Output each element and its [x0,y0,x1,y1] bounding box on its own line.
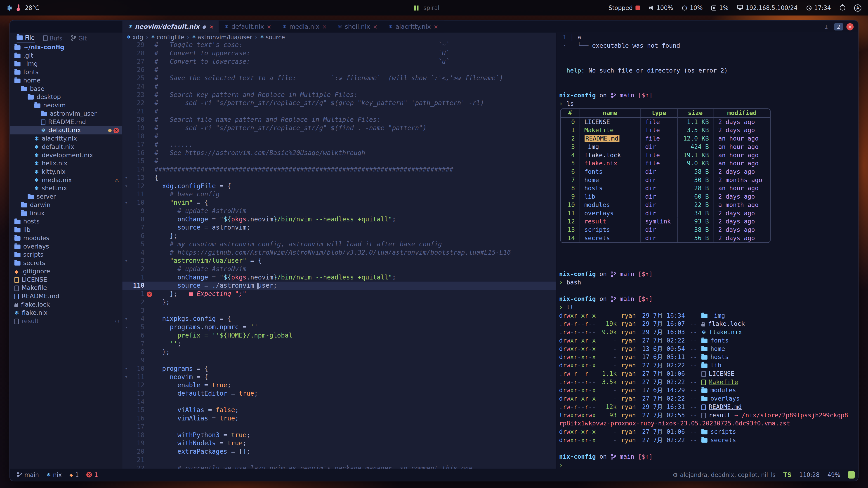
editor-line[interactable]: 17 [122,423,556,431]
terminal-pane[interactable]: 1 │ a · ╰── executable was not found hel… [556,33,858,468]
explorer-tab-Bufs[interactable]: Bufs [43,33,62,43]
editor-line[interactable]: 16# See https://astronvim.com/Basic%20Us… [122,149,556,157]
editor-line[interactable]: 19# sed -ri "s/pattern_str/replace_str/g… [122,124,556,132]
editor-line[interactable]: 20# Search file name pattern and Replace… [122,116,556,124]
editor-line[interactable]: 15 viAlias = false; [122,406,556,415]
editor-line[interactable]: 26# [122,66,556,74]
git-diff-count[interactable]: ◆ 1 [70,471,79,478]
buffer-tab-neovim/default.nix[interactable]: ❄neovim/default.nix●× [122,21,219,33]
fold-icon[interactable]: ▾ [122,182,130,191]
editor-line[interactable]: 1× }; ■ Expecting ";" [122,290,556,298]
tree-item[interactable]: .git [10,52,122,60]
tree-item[interactable]: home [10,76,122,85]
fold-icon[interactable]: ▾ [122,257,130,265]
tree-item[interactable]: flake.lock [10,300,122,309]
editor-line[interactable]: 18 withPython3 = true; [122,431,556,440]
tree-item[interactable]: ❄flake.nix [10,309,122,317]
diagnostics[interactable]: × 1 [87,471,98,478]
fold-icon[interactable]: ▾ [122,315,130,323]
explorer-tab-File[interactable]: File [17,33,35,43]
tree-item[interactable]: README.md [10,292,122,300]
fold-icon[interactable]: ▾ [122,323,130,331]
fold-icon[interactable]: ▾ [122,373,130,381]
breadcrumb-item[interactable]: ❄source [260,33,285,40]
editor-line[interactable]: ▾11 neovim = { [122,373,556,381]
tree-item[interactable]: ❄helix.nix [10,159,122,168]
buffer-tab-shell.nix[interactable]: ❄shell.nix× [332,21,383,33]
tree-item[interactable]: _img [10,60,122,68]
editor-line[interactable]: 11 # base config [122,190,556,199]
tree-item[interactable]: Makefile [10,284,122,292]
file-explorer[interactable]: FileBufsGit ~/nix-config .git_imgfontsho… [10,33,122,468]
editor-line[interactable]: 7 ''; [122,340,556,348]
editor-line[interactable]: 23# Search key pattern and Replace in Mu… [122,91,556,99]
tree-item[interactable]: astronvim_user [10,109,122,118]
editor-line[interactable]: 8 onChange = "${pkgs.neovim}/bin/nvim --… [122,215,556,224]
keyboard-layout-indicator[interactable]: A [854,4,862,11]
tabline-close-icon[interactable]: × [846,23,854,30]
tree-item[interactable]: ❄shell.nix [10,184,122,193]
editor-line[interactable]: 2 # update AstroNvim [122,265,556,273]
memory-indicator[interactable]: 1% [712,4,728,11]
tree-item[interactable]: lib [10,226,122,234]
editor-line[interactable]: ▾5 programs.npm.npmrc = '' [122,323,556,331]
editor-line[interactable]: 21# [122,107,556,116]
git-branch[interactable]: main [17,471,39,478]
editor-line[interactable]: 5 # my cusotom astronvim config, astronv… [122,240,556,249]
breadcrumb-item[interactable]: ❄xdg [127,33,143,40]
pause-icon[interactable] [414,5,418,10]
close-icon[interactable]: × [209,24,213,30]
tree-item[interactable]: ◆.gitignore [10,267,122,275]
editor-line[interactable]: 6 }; [122,232,556,240]
editor-line[interactable]: 14 [122,398,556,406]
editor-line[interactable]: 24# [122,83,556,91]
editor-line[interactable]: ▾4 nixpkgs.config = { [122,315,556,323]
tree-item[interactable]: ❄kitty.nix [10,168,122,176]
editor-line[interactable]: 20 extraPackages = []; [122,448,556,456]
close-icon[interactable]: × [267,24,272,30]
breadcrumb-item[interactable]: ❄astronvim/lua/user [192,33,252,40]
editor-line[interactable]: 12 enable = true; [122,381,556,390]
editor-line[interactable]: 21 [122,456,556,464]
editor-line[interactable]: 7 source = astronvim; [122,223,556,232]
editor-line[interactable]: 22 # currently we use lazy.nvim as neovi… [122,464,556,469]
tree-item[interactable]: modules [10,234,122,242]
editor-line[interactable]: 16 vimAlias = true; [122,414,556,423]
buffer-tab-default.nix[interactable]: ❄default.nix× [219,21,277,33]
tree-item[interactable]: README.md [10,118,122,126]
editor-line[interactable]: 27# Convert to lowercase: `u` [122,58,556,66]
fold-icon[interactable]: ▾ [122,199,130,207]
editor-line[interactable]: ▾3 "astronvim/lua/user" = { [122,257,556,265]
nix-logo-icon[interactable]: ❄ [6,4,13,12]
editor-line[interactable]: 19 withNodeJs = true; [122,439,556,448]
disk-indicator[interactable]: 10% [682,4,703,11]
editor-line[interactable]: 22# sed -ri "s/pattern_str/replace_str/g… [122,99,556,107]
editor-line[interactable]: 9 [122,356,556,365]
recording-indicator[interactable]: Stopped [609,4,640,11]
tree-item[interactable]: ❄development.nix [10,151,122,160]
editor-line[interactable]: ▾13{ [122,174,556,182]
editor-line[interactable]: 29# Toggle text's case: `~` [122,41,556,49]
tree-item[interactable]: hosts [10,217,122,226]
editor-line[interactable]: 8 }; [122,348,556,356]
tree-item[interactable]: server [10,193,122,201]
editor-line[interactable]: ▾10 programs = { [122,365,556,373]
tree-item[interactable]: overlays [10,242,122,251]
tree-root[interactable]: ~/nix-config [10,43,122,52]
editor-line[interactable]: 110 source = ./astronvim_user; [122,282,556,290]
editor-line[interactable]: 28# Convert to uppercase: `U` [122,49,556,58]
editor-line[interactable]: 1 onChange = "${pkgs.neovim}/bin/nvim --… [122,273,556,282]
close-icon[interactable]: × [373,24,378,30]
editor-line[interactable]: 4 # https://github.com/AstroNvim/AstroNv… [122,249,556,257]
editor-line[interactable]: 9 # update AstroNvim [122,207,556,215]
tab-1[interactable]: 1 [822,23,831,30]
tree-item[interactable]: fonts [10,68,122,76]
tree-item[interactable]: neovim [10,101,122,109]
tree-item[interactable]: desktop [10,93,122,101]
buffer-tab-media.nix[interactable]: ❄media.nix× [277,21,332,33]
breadcrumb-item[interactable]: ❄configFile [151,33,184,40]
close-icon[interactable]: × [322,24,327,30]
tree-item[interactable]: ❄alacritty.nix [10,134,122,143]
tree-item[interactable]: ❄default.nix●× [10,126,122,134]
power-icon[interactable] [840,5,845,10]
